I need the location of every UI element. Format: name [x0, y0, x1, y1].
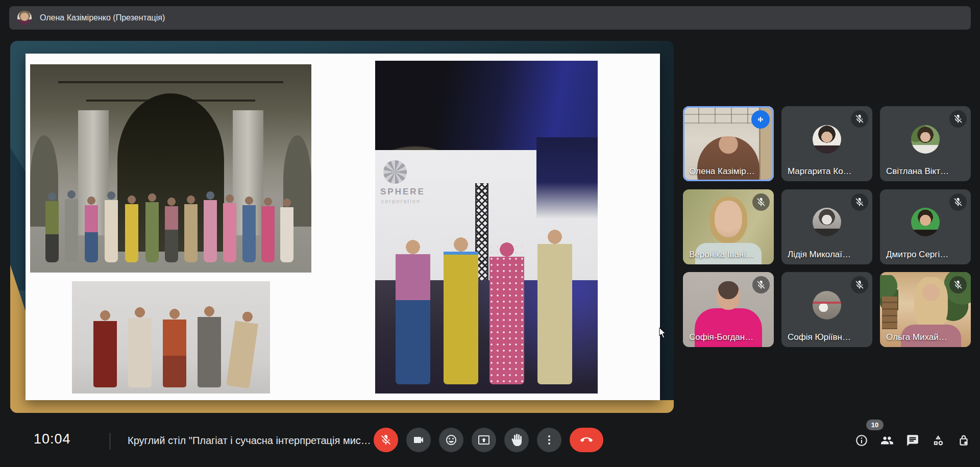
present-screen-button[interactable] [472, 428, 496, 452]
info-icon[interactable] [855, 434, 868, 447]
mic-muted-icon [752, 276, 770, 293]
mic-muted-icon [851, 276, 868, 293]
more-options-button[interactable] [537, 428, 561, 452]
sphere-logo [383, 160, 407, 184]
activities-icon[interactable] [932, 434, 945, 447]
wall-logo-subtext: corporation [381, 198, 421, 204]
mic-muted-icon [851, 193, 868, 211]
participant-tile[interactable]: Олена Казімір… [683, 106, 774, 181]
participant-tile[interactable]: Софія Юріївн… [781, 272, 872, 347]
camera-button[interactable] [406, 428, 431, 452]
participant-name: Софія Юріївн… [788, 332, 851, 342]
participant-name: Світлана Вікт… [886, 166, 949, 177]
panel-controls [855, 434, 970, 447]
meeting-title: Круглий стіл "Плагіат і сучасна інтерпре… [128, 435, 371, 447]
presenter-avatar [17, 11, 32, 25]
participant-avatar [813, 125, 841, 154]
participant-tile[interactable]: Світлана Вікт… [880, 106, 971, 181]
presenter-banner: Олена Казіміренко (Презентація) [9, 6, 971, 30]
participant-name: Маргарита Ко… [788, 166, 852, 177]
mic-off-button[interactable] [374, 428, 398, 452]
host-controls-icon[interactable] [957, 434, 970, 447]
participant-tile[interactable]: Ольга Михай… [880, 272, 971, 347]
participant-name: Дмитро Сергі… [886, 250, 948, 260]
participant-name: Лідія Миколаї… [788, 250, 851, 260]
slide-gold-bottom-strip [10, 400, 674, 413]
photo-runway-hall [30, 64, 311, 273]
google-meet-window: Олена Казіміренко (Презентація) [0, 0, 980, 467]
participants-grid: Олена Казімір… Маргарита Ко… Світлана Ві… [683, 106, 971, 347]
participant-tile[interactable]: Софія-Богдан… [683, 272, 774, 347]
end-call-button[interactable] [570, 428, 603, 452]
participant-avatar [911, 208, 940, 236]
mic-muted-icon [851, 110, 868, 128]
participant-tile[interactable]: Дмитро Сергі… [880, 189, 971, 264]
clock: 10:04 [34, 431, 71, 447]
mouse-cursor [659, 328, 667, 339]
participants-count-badge: 10 [866, 420, 884, 430]
participant-avatar [813, 208, 841, 236]
participant-tile[interactable]: Маргарита Ко… [781, 106, 872, 181]
photo-event-group: SPHERE corporation [375, 61, 598, 394]
mic-muted-icon [949, 276, 967, 293]
divider [110, 433, 110, 450]
mic-muted-icon [949, 193, 967, 211]
participant-name: Ольга Михай… [886, 332, 947, 342]
participant-tile[interactable]: Вероніка Івані… [683, 189, 774, 264]
slide-canvas: SPHERE corporation [26, 54, 660, 400]
wall-logo-text: SPHERE [380, 187, 425, 197]
raise-hand-button[interactable] [504, 428, 529, 452]
presentation-tile[interactable]: SPHERE corporation [10, 41, 674, 413]
participant-avatar [813, 291, 841, 319]
mic-muted-icon [752, 193, 770, 211]
photo-models-studio [72, 281, 270, 394]
participant-tile[interactable]: Лідія Миколаї… [781, 189, 872, 264]
participant-name: Вероніка Івані… [689, 250, 754, 260]
participant-name: Софія-Богдан… [689, 332, 753, 342]
people-icon[interactable] [880, 434, 894, 447]
presenter-name: Олена Казіміренко (Презентація) [40, 13, 165, 22]
speaking-indicator-icon [751, 110, 770, 129]
participant-name: Олена Казімір… [689, 166, 755, 177]
reactions-button[interactable] [439, 428, 463, 452]
chat-icon[interactable] [906, 434, 919, 447]
mic-muted-icon [949, 110, 967, 128]
participant-avatar [911, 125, 940, 154]
call-controls [374, 428, 603, 452]
